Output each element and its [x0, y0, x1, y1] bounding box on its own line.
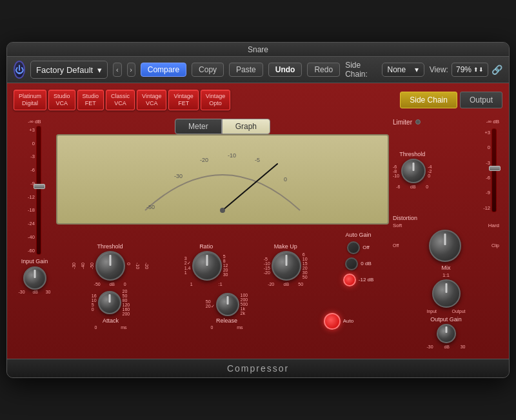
meter-tab[interactable]: Meter — [175, 119, 222, 134]
meter-display: -50 -30 -20 -10 -5 0 — [56, 134, 389, 225]
mix-input-label: Input — [427, 309, 437, 314]
side-chain-monitor-button[interactable]: Side Chain — [400, 92, 457, 108]
auto-gain-off-button[interactable] — [347, 241, 360, 254]
mix-output-label: Output — [452, 309, 465, 314]
auto-gain-minus12-label: -12 dB — [359, 277, 374, 283]
auto-release-button[interactable] — [324, 313, 341, 330]
left-column: -∞ dB +3 0 -3 -6 -9 -12 -18 -24 -40 -60 — [17, 119, 52, 349]
attack-knob-col: 161050 205080120160200 Attack 0 ms — [92, 289, 130, 330]
right-neginf: -∞ dB — [486, 119, 499, 125]
makeup-scale: -20 dB 50 — [268, 282, 303, 286]
threshold-unit-label: dB — [410, 185, 416, 189]
preset-studio-fet[interactable]: StudioFET — [77, 90, 104, 110]
output-gain-knob[interactable] — [437, 324, 456, 343]
limiter-led — [415, 119, 421, 125]
next-preset-button[interactable]: › — [127, 63, 135, 77]
input-fader-track[interactable] — [36, 126, 41, 255]
svg-text:-20: -20 — [200, 157, 208, 163]
title-bar: Snare — [7, 43, 509, 57]
view-percent[interactable]: 79% ⬆⬇ — [452, 63, 488, 77]
right-column: Limiter -∞ dB Threshold -6-8-10 -4-20 — [393, 119, 499, 349]
auto-gain-0db-button[interactable] — [345, 257, 358, 270]
right-threshold-label: Threshold — [399, 151, 425, 157]
ratio-scale: 1 :1 — [190, 282, 223, 286]
compare-button[interactable]: Compare — [141, 63, 186, 77]
ratio-knob[interactable] — [192, 251, 222, 281]
input-fader-thumb[interactable] — [34, 184, 45, 189]
output-gain-scale: -30 dB 30 — [427, 345, 466, 349]
side-output-buttons: Side Chain Output — [400, 92, 502, 108]
input-fader-scale: +3 0 -3 -6 -9 -12 -18 -24 -40 -60 — [28, 126, 35, 255]
top-bar: ⏻ Factory Default ▾ ‹ › Compare Copy Pas… — [7, 57, 509, 83]
distortion-hard-label: Hard — [488, 223, 499, 228]
right-threshold-col: Threshold -6-8-10 -4-20 -6 dB 0 — [393, 151, 432, 189]
distortion-label: Distortion — [393, 215, 417, 221]
distortion-header: Distortion — [393, 215, 499, 221]
svg-text:-10: -10 — [228, 152, 236, 159]
distortion-sub: Soft Hard — [393, 223, 499, 228]
input-gain-knob[interactable] — [23, 266, 46, 290]
mix-ratio: 1:1 — [393, 272, 499, 278]
input-neginf-label: -∞ dB — [28, 119, 41, 125]
distortion-knob[interactable] — [429, 230, 461, 262]
distortion-off-label: Off — [393, 243, 399, 248]
window-title: Snare — [248, 45, 268, 54]
power-button[interactable]: ⏻ — [14, 61, 25, 79]
threshold-scale: -50 dB 0 — [94, 282, 126, 286]
mix-knob[interactable] — [432, 279, 461, 308]
top-controls-row: PlatinumDigital StudioVCA StudioFET Clas… — [14, 90, 502, 110]
view-area: View: 79% ⬆⬇ 🔗 — [430, 63, 502, 77]
paste-button[interactable]: Paste — [229, 63, 263, 77]
preset-vintage-opto[interactable]: VintageOpto — [201, 90, 230, 110]
output-monitor-button[interactable]: Output — [460, 92, 502, 108]
attack-label: Attack — [103, 317, 119, 324]
limiter-row: Limiter — [393, 119, 421, 126]
graph-tab[interactable]: Graph — [222, 119, 270, 134]
preset-platinum-digital[interactable]: PlatinumDigital — [14, 90, 46, 110]
attack-knob[interactable] — [98, 291, 121, 314]
view-label: View: — [430, 65, 448, 74]
auto-release-col: Auto — [324, 306, 353, 330]
makeup-knob-col: Make Up -5-10-15-20 61015203050 -20 dB 5… — [264, 243, 308, 286]
threshold-knob-col: Threshold -30-40-50 -20-100 -50 dB 0 — [72, 243, 149, 286]
preset-buttons: PlatinumDigital StudioVCA StudioFET Clas… — [14, 90, 230, 110]
copy-button[interactable]: Copy — [192, 63, 224, 77]
mix-scale: Input Output — [427, 309, 466, 314]
release-knob[interactable] — [216, 293, 239, 316]
side-chain-dropdown[interactable]: None ▾ — [382, 63, 424, 77]
distortion-section: Distortion Soft Hard Off Clip — [393, 215, 499, 262]
input-gain-label: Input Gain — [21, 258, 48, 265]
knobs-row: Threshold -30-40-50 -20-100 -50 dB 0 — [56, 228, 389, 286]
right-threshold-knob[interactable] — [401, 159, 426, 183]
plugin-body: PlatinumDigital StudioVCA StudioFET Clas… — [7, 83, 509, 359]
preset-dropdown[interactable]: Factory Default ▾ — [30, 61, 108, 79]
svg-text:-50: -50 — [146, 204, 155, 210]
makeup-knob[interactable] — [272, 251, 301, 281]
mix-label: Mix — [393, 265, 499, 271]
ratio-label: Ratio — [199, 243, 213, 250]
input-gain-knob-wrap — [23, 266, 46, 290]
plugin-inner: -∞ dB +3 0 -3 -6 -9 -12 -18 -24 -40 -60 — [14, 115, 502, 352]
meter-area: Meter Graph -50 -30 -20 -10 -5 — [56, 119, 389, 225]
mix-section: Mix 1:1 Input Output — [393, 265, 499, 314]
prev-preset-button[interactable]: ‹ — [113, 63, 121, 77]
redo-button[interactable]: Redo — [307, 63, 340, 77]
auto-gain-minus12-button[interactable] — [343, 274, 356, 286]
preset-studio-vca[interactable]: StudioVCA — [48, 90, 75, 110]
output-fader-thumb[interactable] — [489, 166, 501, 171]
preset-vintage-fet[interactable]: VintageFET — [168, 90, 198, 110]
auto-gain-off-label: Off — [362, 245, 370, 250]
input-gain-scale: -30 dB 30 — [19, 290, 51, 294]
output-fader-track[interactable] — [491, 128, 497, 212]
link-icon[interactable]: 🔗 — [491, 65, 502, 75]
undo-button[interactable]: Undo — [268, 63, 303, 77]
svg-text:-30: -30 — [174, 173, 183, 179]
vu-meter-arc: -50 -30 -20 -10 -5 0 — [139, 134, 306, 217]
auto-gain-0db-label: 0 dB — [361, 261, 371, 266]
preset-classic-vca[interactable]: ClassicVCA — [106, 90, 135, 110]
auto-gain-label: Auto Gain — [346, 232, 372, 238]
threshold-knob[interactable] — [95, 251, 125, 281]
input-fader-wrap: +3 0 -3 -6 -9 -12 -18 -24 -40 -60 — [28, 126, 41, 255]
preset-vintage-vca[interactable]: VintageVCA — [137, 90, 166, 110]
svg-text:-5: -5 — [255, 157, 260, 163]
